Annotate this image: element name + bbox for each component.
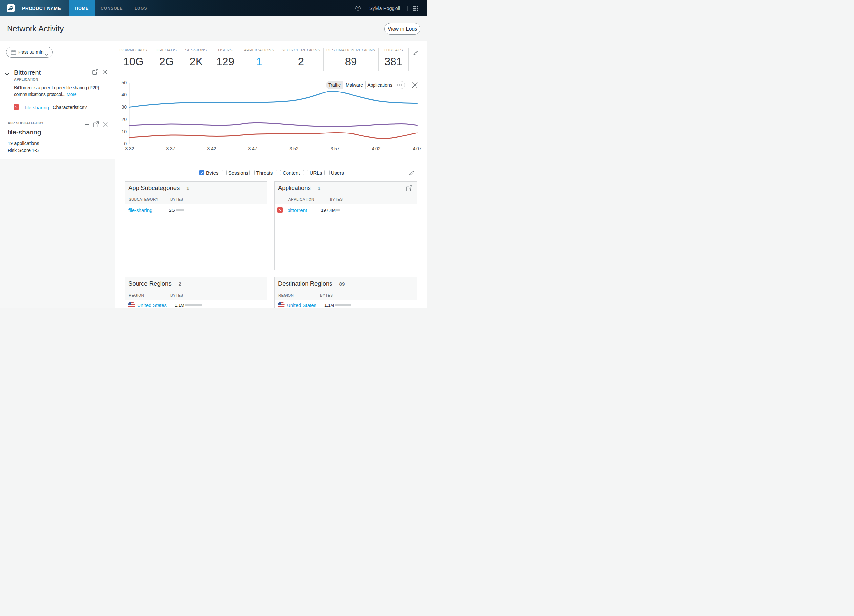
svg-text:3:37: 3:37 — [166, 146, 175, 151]
svg-text:40: 40 — [122, 92, 127, 97]
svg-text:3:57: 3:57 — [331, 146, 339, 151]
svg-text:4:02: 4:02 — [372, 146, 380, 151]
svg-text:?: ? — [357, 6, 359, 10]
svg-text:50: 50 — [122, 80, 127, 85]
svg-text:3:47: 3:47 — [248, 146, 257, 151]
svg-text:3:52: 3:52 — [290, 146, 298, 151]
svg-text:20: 20 — [122, 117, 127, 122]
svg-text:30: 30 — [122, 104, 127, 110]
svg-text:0: 0 — [124, 141, 127, 146]
svg-text:4:07: 4:07 — [413, 146, 421, 151]
svg-text:3:32: 3:32 — [125, 146, 134, 151]
svg-text:10: 10 — [122, 129, 127, 134]
svg-text:3:42: 3:42 — [207, 146, 216, 151]
